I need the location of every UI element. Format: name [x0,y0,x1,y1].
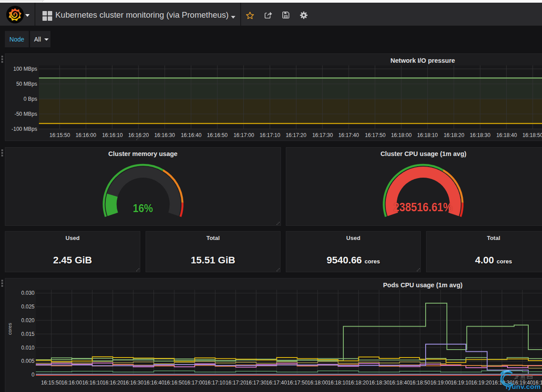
svg-text:iyunv.com: iyunv.com [506,383,541,390]
